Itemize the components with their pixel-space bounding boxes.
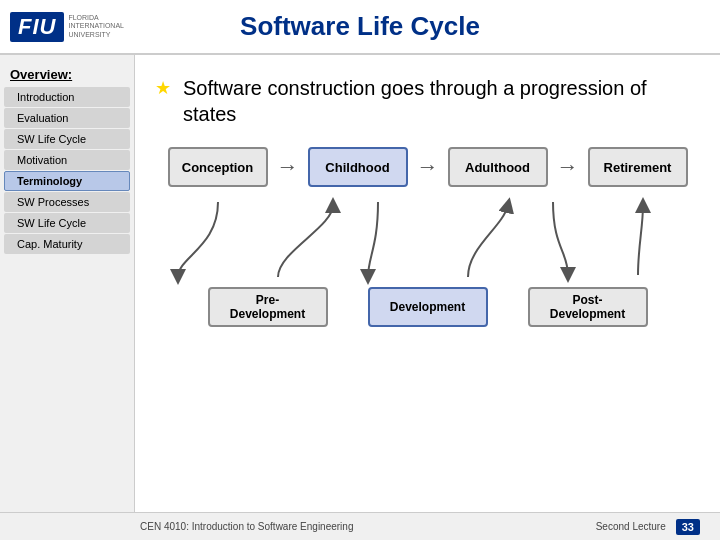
lifecycle-box-conception: Conception <box>168 147 268 187</box>
lifecycle-box-retirement: Retirement <box>588 147 688 187</box>
sidebar-overview-label: Overview: <box>0 63 134 86</box>
lifecycle-box-childhood: Childhood <box>308 147 408 187</box>
arrow-3: → <box>548 154 588 180</box>
sidebar-item-sw-processes[interactable]: SW Processes <box>4 192 130 212</box>
bottom-box-post-dev: Post- Development <box>528 287 648 327</box>
bullet-star-icon: ★ <box>155 77 171 99</box>
footer-right: Second Lecture 33 <box>596 519 700 535</box>
sidebar-item-introduction[interactable]: Introduction <box>4 87 130 107</box>
lifecycle-top-row: Conception → Childhood → Adulthood → Ret… <box>168 147 688 187</box>
bullet-section: ★ Software construction goes through a p… <box>155 75 700 127</box>
sidebar-item-terminology[interactable]: Terminology <box>4 171 130 191</box>
arrow-2: → <box>408 154 448 180</box>
page-title: Software Life Cycle <box>240 11 480 42</box>
logo: FIU FLORIDA INTERNATIONAL UNIVERSITY <box>10 12 128 42</box>
main-layout: Overview: Introduction Evaluation SW Lif… <box>0 55 720 540</box>
bullet-text: Software construction goes through a pro… <box>183 75 700 127</box>
curved-arrows-svg <box>168 197 688 287</box>
logo-text: FIU <box>10 12 64 42</box>
lifecycle-diagram: Conception → Childhood → Adulthood → Ret… <box>155 147 700 528</box>
header: FIU FLORIDA INTERNATIONAL UNIVERSITY Sof… <box>0 0 720 55</box>
sidebar-item-evaluation[interactable]: Evaluation <box>4 108 130 128</box>
sidebar: Overview: Introduction Evaluation SW Lif… <box>0 55 135 540</box>
sidebar-item-motivation[interactable]: Motivation <box>4 150 130 170</box>
bottom-box-pre-dev: Pre- Development <box>208 287 328 327</box>
bottom-box-dev: Development <box>368 287 488 327</box>
footer-course: CEN 4010: Introduction to Software Engin… <box>140 521 353 532</box>
sidebar-item-cap-maturity[interactable]: Cap. Maturity <box>4 234 130 254</box>
page-number: 33 <box>676 519 700 535</box>
arrow-1: → <box>268 154 308 180</box>
lifecycle-bottom-row: Pre- Development Development Post- Devel… <box>208 287 648 327</box>
lifecycle-box-adulthood: Adulthood <box>448 147 548 187</box>
footer-lecture: Second Lecture <box>596 521 666 532</box>
content-area: ★ Software construction goes through a p… <box>135 55 720 540</box>
sidebar-item-sw-life-cycle[interactable]: SW Life Cycle <box>4 129 130 149</box>
sidebar-item-sw-life-cycle-2[interactable]: SW Life Cycle <box>4 213 130 233</box>
logo-subtitle: FLORIDA INTERNATIONAL UNIVERSITY <box>68 14 128 39</box>
footer: CEN 4010: Introduction to Software Engin… <box>0 512 720 540</box>
